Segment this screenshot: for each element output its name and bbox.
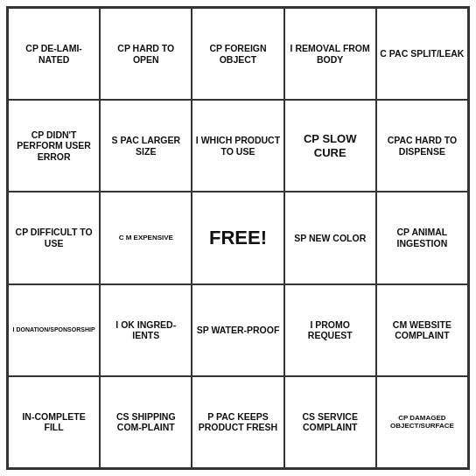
bingo-cell-r4c3: CS SERVICE COMPLAINT <box>284 376 376 468</box>
bingo-cell-r3c4: CM WEBSITE COMPLAINT <box>376 284 468 376</box>
bingo-cell-r0c3: I REMOVAL FROM BODY <box>284 8 376 100</box>
bingo-cell-r3c3: I PROMO REQUEST <box>284 284 376 376</box>
bingo-cell-r1c3: CP SLOW CURE <box>284 100 376 192</box>
bingo-cell-r3c2: SP WATER-PROOF <box>192 284 284 376</box>
bingo-cell-r0c1: CP HARD TO OPEN <box>100 8 192 100</box>
bingo-cell-r3c1: I OK INGRED-IENTS <box>100 284 192 376</box>
bingo-cell-r2c0: CP DIFFICULT TO USE <box>8 192 100 284</box>
bingo-cell-r2c2: FREE! <box>192 192 284 284</box>
bingo-cell-r4c4: CP DAMAGED OBJECT/SURFACE <box>376 376 468 468</box>
bingo-cell-r1c1: S PAC LARGER SIZE <box>100 100 192 192</box>
bingo-cell-r4c2: P PAC KEEPS PRODUCT FRESH <box>192 376 284 468</box>
bingo-cell-r1c2: I WHICH PRODUCT TO USE <box>192 100 284 192</box>
bingo-cell-r0c0: CP DE-LAMI-NATED <box>8 8 100 100</box>
bingo-cell-r0c4: C PAC SPLIT/LEAK <box>376 8 468 100</box>
bingo-cell-r3c0: I DONATION/SPONSORSHIP <box>8 284 100 376</box>
bingo-cell-r2c1: C M EXPENSIVE <box>100 192 192 284</box>
bingo-cell-r4c1: CS SHIPPING COM-PLAINT <box>100 376 192 468</box>
bingo-cell-r1c4: CPAC HARD TO DISPENSE <box>376 100 468 192</box>
bingo-board: CP DE-LAMI-NATEDCP HARD TO OPENCP FOREIG… <box>6 6 470 470</box>
bingo-cell-r4c0: IN-COMPLETE FILL <box>8 376 100 468</box>
bingo-cell-r1c0: CP DIDN'T PERFORM USER ERROR <box>8 100 100 192</box>
bingo-cell-r2c3: SP NEW COLOR <box>284 192 376 284</box>
bingo-cell-r0c2: CP FOREIGN OBJECT <box>192 8 284 100</box>
bingo-cell-r2c4: CP ANIMAL INGESTION <box>376 192 468 284</box>
